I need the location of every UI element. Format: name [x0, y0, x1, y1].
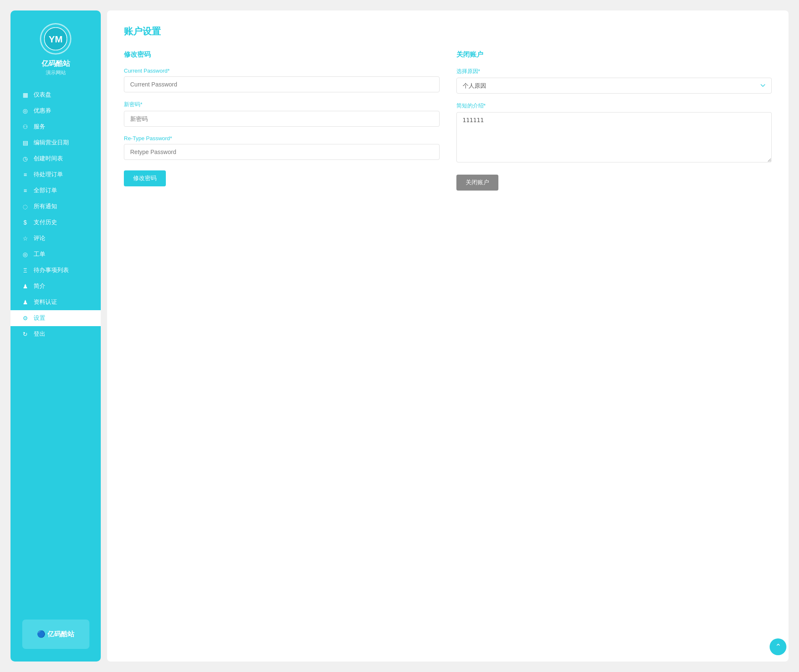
bottom-logo-text: 🔵 亿码酷站 [37, 630, 74, 639]
sidebar-item-settings[interactable]: ⚙ 设置 [10, 310, 101, 326]
timetable-icon: ◷ [21, 155, 29, 162]
sidebar-item-label-coupons: 优惠券 [34, 107, 51, 115]
sidebar-item-todo[interactable]: Ξ 待办事项列表 [10, 262, 101, 278]
change-password-title: 修改密码 [124, 50, 440, 59]
sidebar-item-label-pending-orders: 待处理订单 [34, 171, 63, 178]
sidebar-item-label-settings: 设置 [34, 314, 45, 322]
sidebar-bottom-logo: 🔵 亿码酷站 [22, 620, 89, 649]
sidebar-item-label-logout: 登出 [34, 330, 45, 338]
sidebar-logo-area: YM 亿码酷站 演示网站 [40, 10, 71, 83]
sidebar: YM 亿码酷站 演示网站 ▦ 仪表盘 ◎ 优惠券 ⚇ 服务 ▤ 编辑营业日期 ◷… [10, 10, 101, 662]
settings-icon: ⚙ [21, 315, 29, 322]
close-account-button[interactable]: 关闭账户 [456, 175, 498, 191]
sidebar-item-notifications[interactable]: ◌ 所有通知 [10, 199, 101, 214]
sidebar-item-dashboard[interactable]: ▦ 仪表盘 [10, 87, 101, 103]
pending-orders-icon: ≡ [21, 171, 29, 178]
new-password-label: 新密码* [124, 101, 440, 108]
sidebar-item-pending-orders[interactable]: ≡ 待处理订单 [10, 167, 101, 183]
dashboard-icon: ▦ [21, 92, 29, 98]
reason-group: 选择原因* 个人原因 其他原因 [456, 68, 772, 94]
edit-business-icon: ▤ [21, 139, 29, 146]
main-content: 账户设置 修改密码 Current Password* 新密码* Re-Type… [107, 10, 789, 662]
retype-password-group: Re-Type Password* [124, 135, 440, 160]
all-orders-icon: ≡ [21, 187, 29, 194]
sidebar-item-label-notifications: 所有通知 [34, 203, 57, 210]
sidebar-item-timetable[interactable]: ◷ 创建时间表 [10, 151, 101, 167]
coupons-icon: ◎ [21, 107, 29, 114]
retype-password-label: Re-Type Password* [124, 135, 440, 141]
sidebar-item-edit-business[interactable]: ▤ 编辑营业日期 [10, 135, 101, 151]
sidebar-item-all-orders[interactable]: ≡ 全部订单 [10, 183, 101, 199]
payment-history-icon: $ [21, 219, 29, 226]
close-account-section: 关闭账户 选择原因* 个人原因 其他原因 简短的介绍* 111111 关闭账户 [456, 50, 772, 191]
current-password-group: Current Password* [124, 68, 440, 92]
sidebar-item-label-verification: 资料认证 [34, 298, 57, 306]
services-icon: ⚇ [21, 123, 29, 130]
reason-select[interactable]: 个人原因 其他原因 [456, 78, 772, 94]
todo-icon: Ξ [21, 267, 29, 274]
sidebar-item-profile[interactable]: ♟ 简介 [10, 278, 101, 294]
sidebar-item-label-dashboard: 仪表盘 [34, 91, 51, 99]
current-password-label: Current Password* [124, 68, 440, 74]
new-password-group: 新密码* [124, 101, 440, 127]
sidebar-item-label-tickets: 工单 [34, 251, 45, 258]
sidebar-item-logout[interactable]: ↻ 登出 [10, 326, 101, 342]
sidebar-item-payment-history[interactable]: $ 支付历史 [10, 214, 101, 230]
retype-password-input[interactable] [124, 144, 440, 160]
profile-icon: ♟ [21, 283, 29, 290]
sidebar-item-label-todo: 待办事项列表 [34, 267, 69, 274]
change-password-button[interactable]: 修改密码 [124, 170, 166, 186]
content-grid: 修改密码 Current Password* 新密码* Re-Type Pass… [124, 50, 772, 191]
scroll-to-top-button[interactable]: ⌃ [770, 638, 786, 655]
sidebar-item-label-profile: 简介 [34, 282, 45, 290]
sidebar-item-label-edit-business: 编辑营业日期 [34, 139, 69, 146]
description-group: 简短的介绍* 111111 [456, 102, 772, 164]
sidebar-item-tickets[interactable]: ◎ 工单 [10, 246, 101, 262]
sidebar-item-verification[interactable]: ♟ 资料认证 [10, 294, 101, 310]
svg-text:YM: YM [49, 34, 63, 44]
change-password-section: 修改密码 Current Password* 新密码* Re-Type Pass… [124, 50, 440, 191]
sidebar-item-label-reviews: 评论 [34, 235, 45, 242]
close-account-title: 关闭账户 [456, 50, 772, 59]
sidebar-item-label-payment-history: 支付历史 [34, 219, 57, 226]
description-textarea[interactable]: 111111 [456, 112, 772, 162]
current-password-input[interactable] [124, 76, 440, 92]
sidebar-item-label-services: 服务 [34, 123, 45, 131]
tickets-icon: ◎ [21, 251, 29, 258]
new-password-input[interactable] [124, 111, 440, 127]
logout-icon: ↻ [21, 331, 29, 337]
sidebar-brand-subtitle: 演示网站 [46, 69, 66, 76]
logo-circle: YM [40, 23, 71, 55]
notifications-icon: ◌ [21, 203, 29, 210]
reviews-icon: ☆ [21, 235, 29, 242]
sidebar-item-label-timetable: 创建时间表 [34, 155, 63, 162]
sidebar-item-reviews[interactable]: ☆ 评论 [10, 230, 101, 246]
sidebar-item-coupons[interactable]: ◎ 优惠券 [10, 103, 101, 119]
description-label: 简短的介绍* [456, 102, 772, 110]
page-title: 账户设置 [124, 25, 772, 38]
reason-label: 选择原因* [456, 68, 772, 75]
verification-icon: ♟ [21, 299, 29, 306]
sidebar-item-label-all-orders: 全部订单 [34, 187, 57, 194]
sidebar-nav: ▦ 仪表盘 ◎ 优惠券 ⚇ 服务 ▤ 编辑营业日期 ◷ 创建时间表 ≡ 待处理订… [10, 87, 101, 342]
sidebar-brand-name: 亿码酷站 [42, 59, 70, 68]
sidebar-item-services[interactable]: ⚇ 服务 [10, 119, 101, 135]
